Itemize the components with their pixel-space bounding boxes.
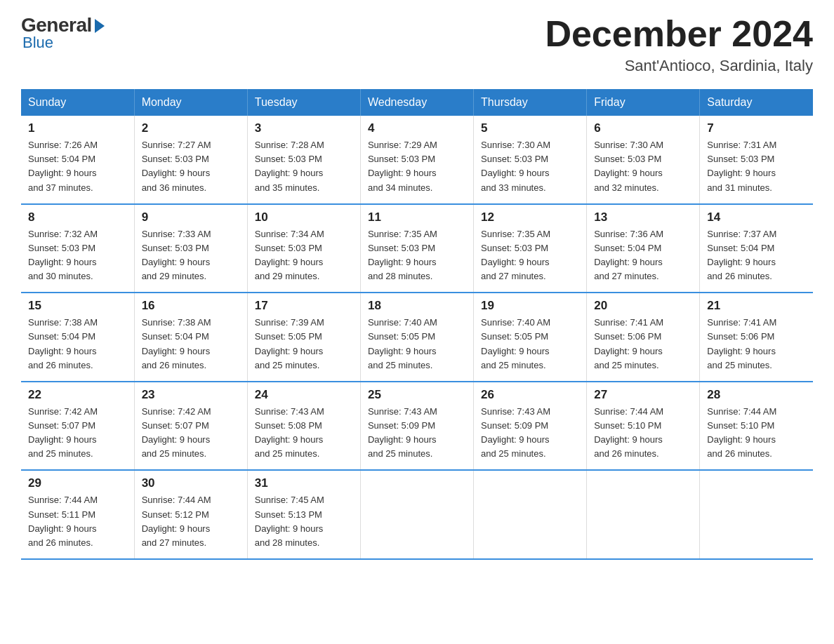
day-info: Sunrise: 7:34 AMSunset: 5:03 PMDaylight:…	[255, 227, 353, 284]
day-info: Sunrise: 7:32 AMSunset: 5:03 PMDaylight:…	[28, 227, 127, 284]
day-number: 4	[368, 121, 466, 135]
day-number: 14	[707, 210, 806, 224]
calendar-cell: 8 Sunrise: 7:32 AMSunset: 5:03 PMDayligh…	[21, 204, 134, 293]
calendar-week-row: 8 Sunrise: 7:32 AMSunset: 5:03 PMDayligh…	[21, 204, 813, 293]
day-number: 25	[368, 388, 466, 402]
calendar-cell: 24 Sunrise: 7:43 AMSunset: 5:08 PMDaylig…	[247, 382, 360, 471]
calendar-cell: 11 Sunrise: 7:35 AMSunset: 5:03 PMDaylig…	[360, 204, 473, 293]
calendar-cell: 30 Sunrise: 7:44 AMSunset: 5:12 PMDaylig…	[134, 470, 247, 559]
page-header: General Blue December 2024 Sant'Antioco,…	[21, 14, 813, 75]
calendar-cell: 6 Sunrise: 7:30 AMSunset: 5:03 PMDayligh…	[587, 116, 700, 204]
day-number: 21	[707, 299, 806, 313]
calendar-cell: 27 Sunrise: 7:44 AMSunset: 5:10 PMDaylig…	[587, 382, 700, 471]
day-info: Sunrise: 7:40 AMSunset: 5:05 PMDaylight:…	[481, 316, 579, 373]
day-info: Sunrise: 7:43 AMSunset: 5:08 PMDaylight:…	[255, 405, 353, 462]
calendar-week-row: 15 Sunrise: 7:38 AMSunset: 5:04 PMDaylig…	[21, 293, 813, 382]
calendar-cell	[360, 470, 473, 559]
header-thursday: Thursday	[474, 89, 587, 116]
calendar-cell: 2 Sunrise: 7:27 AMSunset: 5:03 PMDayligh…	[134, 116, 247, 204]
calendar-cell: 28 Sunrise: 7:44 AMSunset: 5:10 PMDaylig…	[700, 382, 813, 471]
title-section: December 2024 Sant'Antioco, Sardinia, It…	[545, 14, 813, 75]
calendar-cell: 20 Sunrise: 7:41 AMSunset: 5:06 PMDaylig…	[587, 293, 700, 382]
day-number: 16	[142, 299, 240, 313]
calendar-cell	[700, 470, 813, 559]
day-info: Sunrise: 7:44 AMSunset: 5:10 PMDaylight:…	[707, 405, 806, 462]
day-number: 12	[481, 210, 579, 224]
logo-blue-text: Blue	[22, 34, 53, 52]
day-number: 30	[142, 476, 240, 490]
calendar-cell: 10 Sunrise: 7:34 AMSunset: 5:03 PMDaylig…	[247, 204, 360, 293]
day-info: Sunrise: 7:35 AMSunset: 5:03 PMDaylight:…	[481, 227, 579, 284]
day-info: Sunrise: 7:29 AMSunset: 5:03 PMDaylight:…	[368, 138, 466, 195]
day-info: Sunrise: 7:44 AMSunset: 5:12 PMDaylight:…	[142, 493, 240, 550]
header-row: Sunday Monday Tuesday Wednesday Thursday…	[21, 89, 813, 116]
day-info: Sunrise: 7:41 AMSunset: 5:06 PMDaylight:…	[707, 316, 806, 373]
day-info: Sunrise: 7:44 AMSunset: 5:11 PMDaylight:…	[28, 493, 127, 550]
day-number: 28	[707, 388, 806, 402]
calendar-cell: 17 Sunrise: 7:39 AMSunset: 5:05 PMDaylig…	[247, 293, 360, 382]
day-number: 18	[368, 299, 466, 313]
day-number: 10	[255, 210, 353, 224]
day-number: 1	[28, 121, 127, 135]
day-number: 2	[142, 121, 240, 135]
calendar-cell: 31 Sunrise: 7:45 AMSunset: 5:13 PMDaylig…	[247, 470, 360, 559]
day-number: 8	[28, 210, 127, 224]
header-monday: Monday	[134, 89, 247, 116]
day-number: 13	[594, 210, 692, 224]
day-number: 23	[142, 388, 240, 402]
calendar-cell: 9 Sunrise: 7:33 AMSunset: 5:03 PMDayligh…	[134, 204, 247, 293]
day-number: 29	[28, 476, 127, 490]
header-saturday: Saturday	[700, 89, 813, 116]
day-info: Sunrise: 7:37 AMSunset: 5:04 PMDaylight:…	[707, 227, 806, 284]
calendar-cell: 1 Sunrise: 7:26 AMSunset: 5:04 PMDayligh…	[21, 116, 134, 204]
day-number: 26	[481, 388, 579, 402]
day-info: Sunrise: 7:35 AMSunset: 5:03 PMDaylight:…	[368, 227, 466, 284]
calendar-table: Sunday Monday Tuesday Wednesday Thursday…	[21, 89, 813, 560]
header-tuesday: Tuesday	[247, 89, 360, 116]
calendar-cell: 26 Sunrise: 7:43 AMSunset: 5:09 PMDaylig…	[474, 382, 587, 471]
calendar-cell: 29 Sunrise: 7:44 AMSunset: 5:11 PMDaylig…	[21, 470, 134, 559]
calendar-week-row: 29 Sunrise: 7:44 AMSunset: 5:11 PMDaylig…	[21, 470, 813, 559]
day-info: Sunrise: 7:38 AMSunset: 5:04 PMDaylight:…	[142, 316, 240, 373]
day-info: Sunrise: 7:33 AMSunset: 5:03 PMDaylight:…	[142, 227, 240, 284]
day-number: 27	[594, 388, 692, 402]
calendar-week-row: 1 Sunrise: 7:26 AMSunset: 5:04 PMDayligh…	[21, 116, 813, 204]
header-wednesday: Wednesday	[360, 89, 473, 116]
calendar-cell: 3 Sunrise: 7:28 AMSunset: 5:03 PMDayligh…	[247, 116, 360, 204]
calendar-cell: 5 Sunrise: 7:30 AMSunset: 5:03 PMDayligh…	[474, 116, 587, 204]
calendar-cell: 18 Sunrise: 7:40 AMSunset: 5:05 PMDaylig…	[360, 293, 473, 382]
calendar-cell: 4 Sunrise: 7:29 AMSunset: 5:03 PMDayligh…	[360, 116, 473, 204]
day-info: Sunrise: 7:38 AMSunset: 5:04 PMDaylight:…	[28, 316, 127, 373]
day-info: Sunrise: 7:40 AMSunset: 5:05 PMDaylight:…	[368, 316, 466, 373]
day-number: 17	[255, 299, 353, 313]
calendar-cell: 19 Sunrise: 7:40 AMSunset: 5:05 PMDaylig…	[474, 293, 587, 382]
day-number: 31	[255, 476, 353, 490]
day-number: 11	[368, 210, 466, 224]
calendar-cell: 23 Sunrise: 7:42 AMSunset: 5:07 PMDaylig…	[134, 382, 247, 471]
day-info: Sunrise: 7:45 AMSunset: 5:13 PMDaylight:…	[255, 493, 353, 550]
calendar-cell: 15 Sunrise: 7:38 AMSunset: 5:04 PMDaylig…	[21, 293, 134, 382]
calendar-body: 1 Sunrise: 7:26 AMSunset: 5:04 PMDayligh…	[21, 116, 813, 559]
day-number: 6	[594, 121, 692, 135]
calendar-cell: 14 Sunrise: 7:37 AMSunset: 5:04 PMDaylig…	[700, 204, 813, 293]
day-number: 7	[707, 121, 806, 135]
logo-arrow-icon	[95, 19, 105, 33]
day-info: Sunrise: 7:41 AMSunset: 5:06 PMDaylight:…	[594, 316, 692, 373]
calendar-cell: 13 Sunrise: 7:36 AMSunset: 5:04 PMDaylig…	[587, 204, 700, 293]
day-number: 3	[255, 121, 353, 135]
calendar-week-row: 22 Sunrise: 7:42 AMSunset: 5:07 PMDaylig…	[21, 382, 813, 471]
day-info: Sunrise: 7:26 AMSunset: 5:04 PMDaylight:…	[28, 138, 127, 195]
day-number: 20	[594, 299, 692, 313]
day-info: Sunrise: 7:30 AMSunset: 5:03 PMDaylight:…	[481, 138, 579, 195]
header-sunday: Sunday	[21, 89, 134, 116]
day-number: 5	[481, 121, 579, 135]
day-info: Sunrise: 7:28 AMSunset: 5:03 PMDaylight:…	[255, 138, 353, 195]
day-number: 24	[255, 388, 353, 402]
day-number: 19	[481, 299, 579, 313]
day-info: Sunrise: 7:27 AMSunset: 5:03 PMDaylight:…	[142, 138, 240, 195]
calendar-cell: 7 Sunrise: 7:31 AMSunset: 5:03 PMDayligh…	[700, 116, 813, 204]
calendar-cell: 25 Sunrise: 7:43 AMSunset: 5:09 PMDaylig…	[360, 382, 473, 471]
header-friday: Friday	[587, 89, 700, 116]
day-info: Sunrise: 7:42 AMSunset: 5:07 PMDaylight:…	[142, 405, 240, 462]
day-info: Sunrise: 7:31 AMSunset: 5:03 PMDaylight:…	[707, 138, 806, 195]
